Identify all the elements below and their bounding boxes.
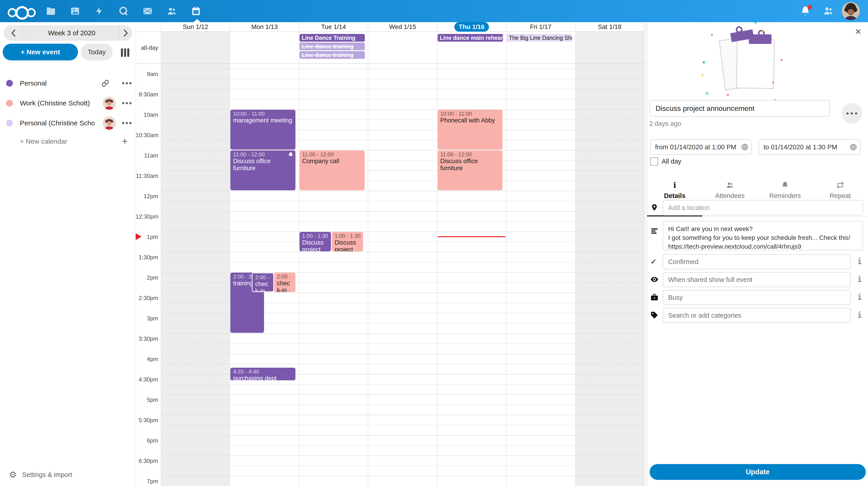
- all-day-checkbox[interactable]: [650, 158, 658, 166]
- mail-app-icon[interactable]: [143, 6, 153, 16]
- files-app-icon[interactable]: [46, 6, 56, 16]
- day-header-sun[interactable]: Sun 1/12: [161, 22, 230, 32]
- quarter-grid-line: [161, 466, 644, 466]
- briefcase-select[interactable]: Busy: [663, 290, 851, 305]
- timezone-globe-icon[interactable]: [741, 143, 749, 151]
- user-avatar[interactable]: [842, 2, 860, 20]
- calendar-event[interactable]: 1:00 - 1:30Discuss project: [332, 232, 363, 251]
- column-border: [506, 23, 506, 486]
- today-button[interactable]: Today: [81, 44, 113, 60]
- time-axis-label: 10am: [135, 111, 158, 118]
- tag-select[interactable]: Search or add categories: [663, 308, 851, 323]
- all-day-event[interactable]: Line Dance Training: [300, 34, 365, 41]
- day-header-mon[interactable]: Mon 1/13: [230, 22, 299, 32]
- repeat-icon: [836, 181, 844, 189]
- activity-app-icon[interactable]: [94, 6, 104, 16]
- calendar-event[interactable]: 10:00 - 11:00management meeting: [230, 110, 296, 149]
- column-border: [644, 23, 645, 486]
- calendar-app-icon[interactable]: [191, 6, 201, 16]
- people-icon: [726, 181, 734, 189]
- new-calendar-button[interactable]: + New calendar: [20, 136, 97, 147]
- settings-import-button[interactable]: ⚙Settings & import: [9, 470, 72, 482]
- column-border: [437, 23, 437, 486]
- time-axis-label: 2pm: [135, 274, 158, 281]
- all-day-border: [135, 63, 644, 64]
- time-axis-label: 5pm: [135, 396, 158, 403]
- description-textarea[interactable]: Hi Carl! are you in next week? I got som…: [663, 221, 863, 250]
- new-event-button[interactable]: + New event: [3, 44, 78, 60]
- quarter-grid-line: [161, 241, 644, 242]
- calendar-event[interactable]: 11:00 - 12:00Discuss office furniture: [438, 150, 503, 190]
- timezone-globe-icon[interactable]: [849, 143, 857, 151]
- all-day-event[interactable]: Line dance training: [300, 42, 365, 50]
- view-mode-toggle-icon[interactable]: [121, 49, 130, 57]
- tab-label: Repeat: [813, 192, 868, 200]
- previous-week-button[interactable]: [9, 29, 18, 37]
- update-button[interactable]: Update: [650, 464, 866, 480]
- event-time: 11:00 - 12:00: [233, 151, 293, 158]
- next-week-button[interactable]: [121, 29, 130, 37]
- all-day-event[interactable]: Line dance main rehearsal: [438, 34, 503, 41]
- info-icon[interactable]: i: [856, 293, 863, 302]
- calendar-list-item[interactable]: Personal: [0, 75, 135, 91]
- calendar-list-item[interactable]: Personal (Christine Scho…): [0, 115, 135, 131]
- event-title: Company call: [302, 158, 362, 165]
- time-axis-label: 5:30pm: [135, 417, 158, 424]
- time-axis-label: 4pm: [135, 356, 158, 363]
- day-header-sat[interactable]: Sat 1/18: [575, 22, 644, 32]
- start-datetime-input[interactable]: [650, 139, 752, 155]
- tab-label: Details: [647, 192, 702, 200]
- column-border: [299, 23, 299, 486]
- calendar-list-item[interactable]: Work (Christine Schott): [0, 95, 135, 111]
- calendar-event[interactable]: 2:00 - 2:30check-in: [274, 273, 296, 292]
- time-axis-label: 11am: [135, 152, 158, 159]
- info-icon[interactable]: i: [856, 275, 863, 284]
- photos-app-icon[interactable]: [70, 6, 80, 16]
- event-time: 1:00 - 1:30: [335, 233, 360, 239]
- check-select[interactable]: Confirmed: [663, 254, 851, 269]
- calendar-event[interactable]: 4:20 - 4:40purchasing dept: [230, 368, 296, 380]
- hour-grid-line: [161, 476, 644, 476]
- contacts-app-icon[interactable]: [167, 6, 177, 16]
- end-datetime-input[interactable]: [758, 139, 860, 155]
- contacts-menu-icon[interactable]: [823, 6, 833, 16]
- calendar-event[interactable]: 1:00 - 1:30Discuss project announcement: [300, 232, 331, 251]
- day-header-wed[interactable]: Wed 1/15: [368, 22, 437, 32]
- all-day-label: All day: [662, 158, 681, 165]
- event-actions-menu-button[interactable]: [842, 103, 862, 124]
- day-header-tue[interactable]: Tue 1/14: [299, 22, 368, 32]
- owner-avatar: [103, 96, 116, 110]
- talk-app-icon[interactable]: [119, 6, 128, 16]
- calendar-event[interactable]: 10:00 - 11:00Phonecall with Abby: [438, 110, 503, 149]
- new-calendar-plus-icon[interactable]: +: [122, 136, 128, 147]
- calendar-event[interactable]: 11:00 - 12:00Discuss office furniture: [230, 150, 296, 190]
- location-input[interactable]: [663, 200, 863, 216]
- info-icon[interactable]: i: [856, 311, 863, 319]
- hour-grid-line: [161, 89, 644, 89]
- more-options-icon[interactable]: [122, 102, 132, 104]
- calendar-event[interactable]: 11:00 - 12:00Company call: [300, 150, 365, 190]
- all-day-event[interactable]: Line dance training: [300, 51, 365, 59]
- all-day-event[interactable]: The Big Line Dancing Show: [506, 34, 572, 41]
- time-axis-label: 12pm: [135, 193, 158, 200]
- event-title: Phonecall with Abby: [440, 117, 500, 124]
- calendar-name: Personal: [20, 75, 94, 91]
- more-options-icon[interactable]: [122, 122, 132, 124]
- eye-select[interactable]: When shared show full event: [663, 272, 851, 287]
- event-title: check-in: [277, 280, 293, 292]
- event-time: 10:00 - 11:00: [233, 111, 293, 117]
- info-icon[interactable]: i: [856, 257, 863, 266]
- close-icon[interactable]: ×: [855, 26, 861, 37]
- nextcloud-calendar-app: Week 3 of 2020 + New event Today Persona…: [0, 0, 868, 486]
- day-header-thu[interactable]: Thu 1/16: [437, 22, 506, 32]
- time-axis-label: 1:30pm: [135, 254, 158, 261]
- day-header-label: Sat 1/18: [598, 23, 621, 31]
- calendar-name: Personal (Christine Scho…): [20, 115, 94, 131]
- week-navigation: Week 3 of 2020: [4, 25, 132, 41]
- more-options-icon[interactable]: [122, 82, 132, 84]
- time-axis-label: 3:30pm: [135, 335, 158, 342]
- event-title-input[interactable]: [650, 100, 830, 117]
- calendar-event[interactable]: 2:00 - 2:30check-in: [252, 273, 274, 292]
- day-header-fri[interactable]: Fri 1/17: [506, 22, 575, 32]
- share-link-icon[interactable]: [101, 79, 110, 87]
